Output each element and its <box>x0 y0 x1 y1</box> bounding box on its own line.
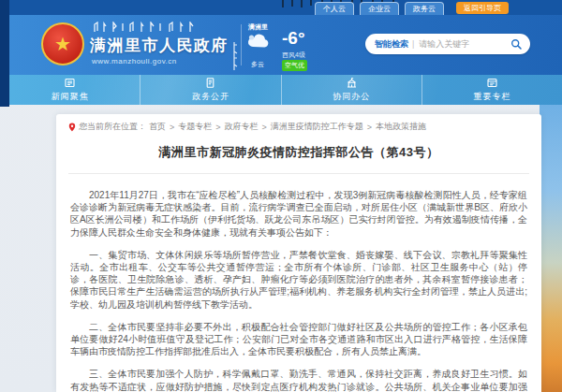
breadcrumb-item-topics[interactable]: 专题专栏 <box>178 121 212 133</box>
site-url: www.manzhouli.gov.cn <box>92 57 177 65</box>
cloud-icon <box>246 32 271 49</box>
breadcrumb-item-epidemic-topic[interactable]: 满洲里疫情防控工作专题 <box>271 121 363 133</box>
mongolian-script-decoration <box>91 22 201 33</box>
left-edge-strip <box>0 0 9 107</box>
search-label-divider: | <box>412 39 414 49</box>
weather-temperature: -6° <box>282 28 305 49</box>
article-paragraph-intro: 2021年11月27日，我市在“应检尽检”人员核酸检测过程中，发现3例新冠病毒核… <box>70 189 527 239</box>
nav-item-columns[interactable]: 重要专栏 <box>422 75 562 105</box>
main-navigation: 新闻聚焦 政务公开 协同办公 重要专栏 <box>0 75 562 105</box>
nav-item-label: 新闻聚焦 <box>52 91 89 103</box>
breadcrumb-separator: > <box>262 123 267 132</box>
article-title: 满洲里市新冠肺炎疫情防控指挥部公告（第43号） <box>56 144 541 161</box>
nav-item-label: 政务公开 <box>192 91 229 103</box>
weather-city: 满洲里 <box>248 22 268 32</box>
newspaper-icon <box>64 77 76 89</box>
breadcrumb: 您当前所在位置： 首页 > 专题专栏 > 政府专栏 > 满洲里疫情防控工作专题 … <box>56 114 541 133</box>
nav-item-gov-affairs[interactable]: 政务公开 <box>140 75 280 105</box>
national-emblem-logo[interactable]: ★ <box>41 22 84 65</box>
weather-widget: 满洲里 多云 -6° 西风4级 空气优 <box>246 21 349 71</box>
background-cityscape <box>540 105 562 392</box>
nav-item-news[interactable]: 新闻聚焦 <box>0 75 140 105</box>
site-title[interactable]: 满洲里市人民政府 <box>90 35 229 56</box>
article-paragraph-1: 一、集贸市场、文体休闲娱乐等场所暂停营业，严禁餐饮堂食、婚丧嫁娶、线下会议、宗教… <box>70 249 527 311</box>
search-icon[interactable] <box>510 38 523 51</box>
air-quality-badge: 空气优 <box>282 60 307 71</box>
article-paragraph-2: 二、全体市民要坚持非必要不外出，积极配合社会管控部门做好社区及公共场所的管控工作… <box>70 321 527 358</box>
weather-wind: 西风4级 <box>282 51 305 60</box>
nav-item-label: 协同办公 <box>333 91 370 103</box>
tab-government-cloud[interactable]: 政务云 <box>405 2 444 15</box>
breadcrumb-separator: > <box>215 123 220 132</box>
building-icon <box>346 77 358 89</box>
emblem-star-icon: ★ <box>54 35 71 53</box>
search-box: 智能检索 | <box>365 34 530 54</box>
search-label: 智能检索 <box>375 38 408 51</box>
header-divider <box>241 24 242 65</box>
back-to-guide-button[interactable]: 返回引导页 <box>456 2 509 14</box>
article-paragraph-3: 三、全体市民要加强个人防护，科学佩戴口罩、勤洗手、常通风，保持社交距离，养成良好… <box>70 368 527 392</box>
article-body: 2021年11月27日，我市在“应检尽检”人员核酸检测过程中，发现3例新冠病毒核… <box>56 174 541 392</box>
breadcrumb-item-home[interactable]: 首页 <box>149 121 166 133</box>
cloud-tabs: 个人云 企业云 政务云 <box>315 2 444 15</box>
tab-personal-cloud[interactable]: 个人云 <box>315 2 354 15</box>
site-header: ★ 满洲里市人民政府 www.manzhouli.gov.cn 满洲里 多云 -… <box>0 15 562 75</box>
breadcrumb-separator: > <box>170 123 174 132</box>
document-icon <box>204 77 216 89</box>
weather-condition: 多云 <box>251 60 264 69</box>
breadcrumb-separator: > <box>367 123 372 132</box>
browser-icon <box>486 77 498 89</box>
breadcrumb-item-gov-column[interactable]: 政府专栏 <box>225 121 259 133</box>
content-container: 您当前所在位置： 首页 > 专题专栏 > 政府专栏 > 满洲里疫情防控工作专题 … <box>56 114 541 392</box>
breadcrumb-prefix: 您当前所在位置： <box>79 121 146 133</box>
search-input[interactable] <box>419 39 510 49</box>
location-pin-icon <box>68 123 76 132</box>
tab-enterprise-cloud[interactable]: 企业云 <box>360 2 399 15</box>
nav-item-collaboration[interactable]: 协同办公 <box>281 75 422 105</box>
nav-item-label: 重要专栏 <box>473 91 510 103</box>
top-bar: 个人云 企业云 政务云 返回引导页 <box>0 0 562 15</box>
breadcrumb-item-local-policies[interactable]: 本地政策措施 <box>376 121 426 133</box>
mongolian-script-vertical-decoration <box>230 41 238 71</box>
